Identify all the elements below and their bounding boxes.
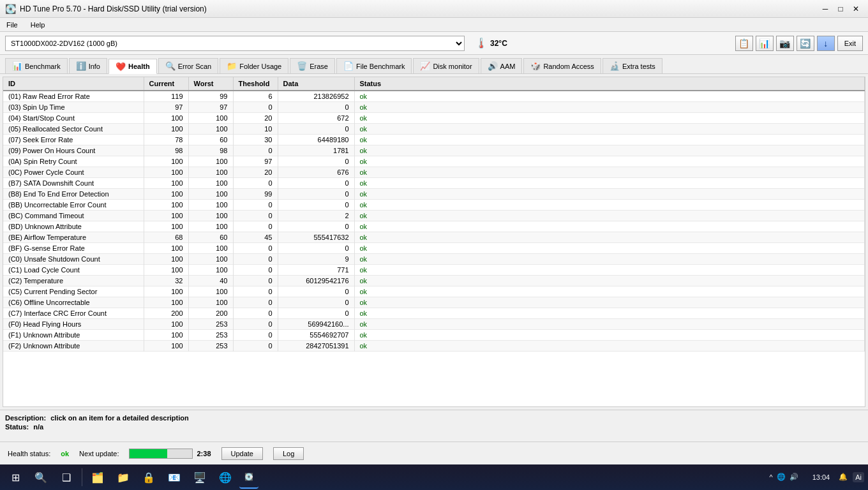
tab-folder-usage[interactable]: 📁 Folder Usage: [220, 58, 288, 73]
table-row[interactable]: (04) Start/Stop Count10010020672ok: [3, 113, 865, 124]
cell-1: 119: [144, 91, 188, 102]
table-row[interactable]: (F1) Unknown Attribute10025305554692707o…: [3, 330, 865, 341]
maximize-button[interactable]: □: [834, 2, 848, 16]
menu-help[interactable]: Help: [27, 20, 49, 30]
cell-5: ok: [354, 211, 865, 221]
table-row[interactable]: (F0) Head Flying Hours1002530569942160..…: [3, 319, 865, 330]
taskbar-desktop[interactable]: 🖥️: [188, 466, 211, 489]
cell-4: 9: [278, 254, 354, 265]
notification-icon[interactable]: 🔔: [839, 473, 848, 481]
log-button[interactable]: Log: [273, 447, 304, 460]
cell-5: ok: [354, 189, 865, 200]
taskbar-explorer[interactable]: 🗂️: [86, 466, 109, 489]
tab-info[interactable]: ℹ️ Info: [69, 58, 107, 73]
table-row[interactable]: (C2) Temperature3240060129542176ok: [3, 276, 865, 286]
cell-1: 100: [144, 243, 188, 254]
table-row[interactable]: (C7) Interface CRC Error Count20020000ok: [3, 308, 865, 319]
update-button[interactable]: Update: [221, 447, 263, 460]
cell-4: 0: [278, 156, 354, 167]
tray-chevron[interactable]: ^: [770, 473, 773, 481]
cell-3: 0: [233, 221, 278, 232]
close-button[interactable]: ✕: [849, 2, 863, 16]
table-row[interactable]: (C1) Load Cycle Count1001000771ok: [3, 265, 865, 276]
cell-5: ok: [354, 276, 865, 286]
minimize-button[interactable]: ─: [818, 2, 832, 16]
tab-error-scan[interactable]: 🔍 Error Scan: [158, 58, 219, 73]
cell-5: ok: [354, 124, 865, 135]
cell-3: 10: [233, 124, 278, 135]
taskbar-mail[interactable]: 📧: [163, 466, 186, 489]
tab-aam[interactable]: 🔊 AAM: [481, 58, 523, 73]
disk-monitor-icon: 📈: [420, 61, 430, 71]
tabs: 📊 Benchmark ℹ️ Info ❤️ Health 🔍 Error Sc…: [0, 55, 868, 74]
cell-3: 20: [233, 167, 278, 178]
system-clock[interactable]: 13:04: [809, 471, 834, 483]
cell-2: 98: [188, 145, 233, 156]
toolbar-btn-4[interactable]: 🔄: [797, 36, 814, 51]
toolbar-btn-5[interactable]: ↓: [817, 36, 835, 51]
cell-1: 100: [144, 167, 188, 178]
table-row[interactable]: (C5) Current Pending Sector10010000ok: [3, 286, 865, 297]
menu-file[interactable]: File: [3, 20, 22, 30]
cell-0: (05) Reallocated Sector Count: [3, 124, 144, 135]
table-row[interactable]: (BC) Command Timeout10010002ok: [3, 211, 865, 221]
toolbar-btn-2[interactable]: 📊: [756, 36, 774, 51]
taskbar-security[interactable]: 🔒: [137, 466, 160, 489]
drive-selector[interactable]: ST1000DX002-2DV162 (1000 gB): [5, 36, 465, 51]
cell-2: 100: [188, 297, 233, 308]
table-row[interactable]: (03) Spin Up Time979700ok: [3, 102, 865, 113]
ai-label[interactable]: Ai: [853, 472, 864, 482]
table-row[interactable]: (05) Reallocated Sector Count100100100ok: [3, 124, 865, 135]
table-row[interactable]: (09) Power On Hours Count989801781ok: [3, 145, 865, 156]
taskbar-files[interactable]: 📁: [112, 466, 135, 489]
cell-1: 100: [144, 189, 188, 200]
table-row[interactable]: (BE) Airflow Temperature686045555417632o…: [3, 232, 865, 243]
tab-erase[interactable]: 🗑️ Erase: [290, 58, 335, 73]
tray-network-icon[interactable]: 🌐: [777, 473, 786, 481]
table-row[interactable]: (BB) Uncorrectable Error Count10010000ok: [3, 200, 865, 211]
cell-2: 200: [188, 308, 233, 319]
table-row[interactable]: (C0) Unsafe Shutdown Count10010009ok: [3, 254, 865, 265]
table-row[interactable]: (F2) Unknown Attribute100253028427051391…: [3, 341, 865, 352]
task-view-button[interactable]: ❑: [55, 466, 78, 489]
table-row[interactable]: (B7) SATA Downshift Count10010000ok: [3, 178, 865, 189]
table-row[interactable]: (B8) End To End Error Detection100100990…: [3, 189, 865, 200]
search-button[interactable]: 🔍: [29, 466, 52, 489]
tab-extra-tests[interactable]: 🔬 Extra tests: [602, 58, 662, 73]
taskbar-hdtune[interactable]: 💽: [239, 466, 258, 489]
status-row: Status: n/a: [5, 423, 863, 431]
cell-4: 0: [278, 221, 354, 232]
table-row[interactable]: (01) Raw Read Error Rate119996213826952o…: [3, 91, 865, 102]
toolbar-btn-3[interactable]: 📷: [776, 36, 794, 51]
toolbar-btn-1[interactable]: 📋: [735, 36, 753, 51]
cell-3: 6: [233, 91, 278, 102]
start-button[interactable]: ⊞: [4, 466, 27, 489]
tab-benchmark[interactable]: 📊 Benchmark: [5, 58, 68, 73]
table-row[interactable]: (07) Seek Error Rate78603064489180ok: [3, 135, 865, 145]
table-row[interactable]: (BF) G-sense Error Rate10010000ok: [3, 243, 865, 254]
table-row[interactable]: (0A) Spin Retry Count100100970ok: [3, 156, 865, 167]
tab-health[interactable]: ❤️ Health: [108, 59, 157, 74]
tab-random-access[interactable]: 🎲 Random Access: [523, 58, 601, 73]
cell-0: (01) Raw Read Error Rate: [3, 91, 144, 102]
exit-button[interactable]: Exit: [837, 36, 863, 51]
folder-usage-icon: 📁: [227, 61, 237, 71]
tray-sound-icon[interactable]: 🔊: [789, 473, 798, 481]
table-row[interactable]: (0C) Power Cycle Count10010020676ok: [3, 167, 865, 178]
col-header-threshold: Theshold: [233, 77, 278, 91]
cell-2: 253: [188, 319, 233, 330]
cell-0: (B8) End To End Error Detection: [3, 189, 144, 200]
table-row[interactable]: (BD) Unknown Attribute10010000ok: [3, 221, 865, 232]
tab-disk-monitor[interactable]: 📈 Disk monitor: [413, 58, 479, 73]
cell-3: 0: [233, 200, 278, 211]
file-benchmark-icon: 📄: [343, 61, 354, 71]
cell-2: 40: [188, 276, 233, 286]
status-label: Status:: [5, 423, 29, 431]
cell-4: 676: [278, 167, 354, 178]
table-scroll-container[interactable]: ID Current Worst Theshold Data Status (0…: [3, 77, 865, 407]
tab-file-benchmark[interactable]: 📄 File Benchmark: [336, 58, 412, 73]
cell-2: 99: [188, 91, 233, 102]
taskbar-chrome[interactable]: 🌐: [214, 466, 237, 489]
table-row[interactable]: (C6) Offline Uncorrectable10010000ok: [3, 297, 865, 308]
cell-0: (BD) Unknown Attribute: [3, 221, 144, 232]
